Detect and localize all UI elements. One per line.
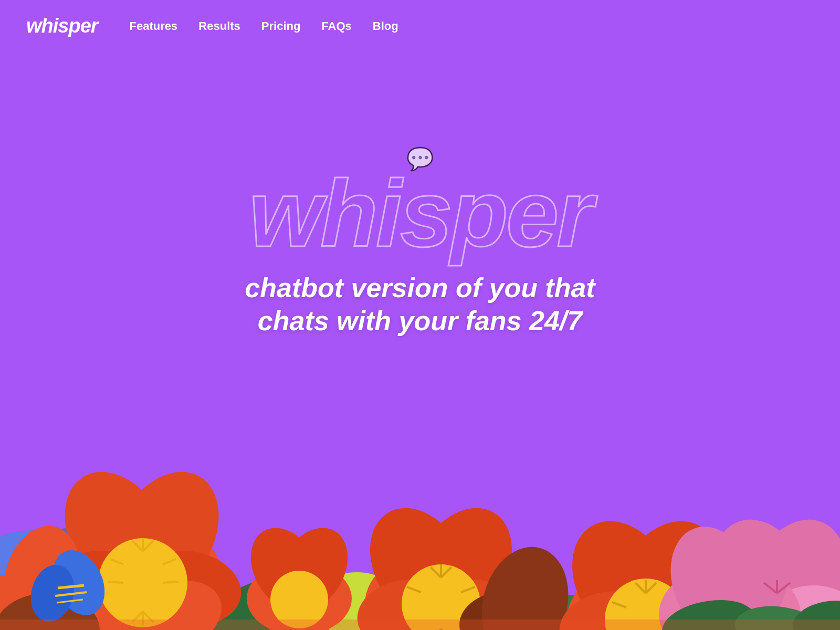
nav-logo[interactable]: whisper [26, 15, 98, 37]
hero-subtitle: chatbot version of you that chats with y… [245, 271, 595, 337]
bubble-icon: 💬 [406, 146, 434, 172]
nav-results[interactable]: Results [198, 19, 240, 33]
navigation: whisper Features Results Pricing FAQs Bl… [0, 0, 840, 52]
hero-subtitle-line1: chatbot version of you that [245, 271, 595, 304]
nav-features[interactable]: Features [130, 19, 178, 33]
nav-faqs[interactable]: FAQs [321, 19, 351, 33]
hero-section: 💬 whisper chatbot version of you that ch… [0, 0, 840, 630]
hero-logo-text: whisper [249, 166, 591, 261]
nav-blog[interactable]: Blog [373, 19, 398, 33]
hero-logo-container: 💬 whisper [249, 146, 591, 261]
hero-subtitle-line2: chats with your fans 24/7 [245, 304, 595, 337]
nav-pricing[interactable]: Pricing [261, 19, 301, 33]
nav-links: Features Results Pricing FAQs Blog [130, 19, 398, 33]
